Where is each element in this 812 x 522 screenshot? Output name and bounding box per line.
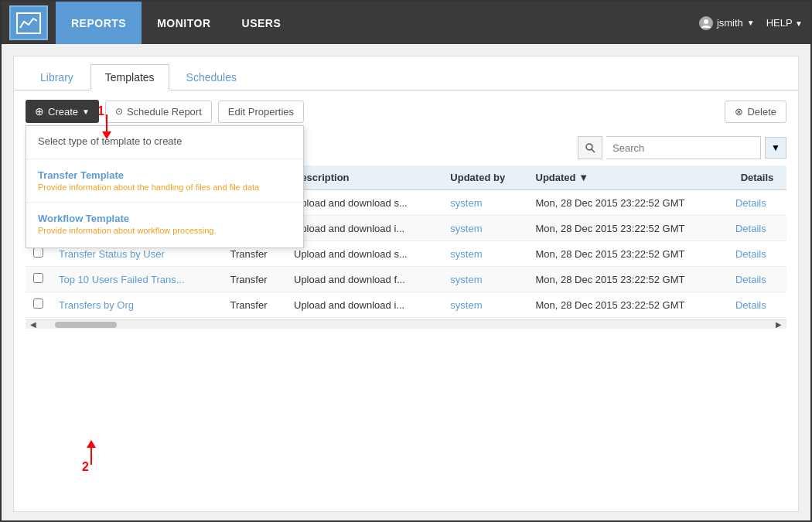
row-description: Upload and download f... <box>286 267 442 292</box>
create-dropdown-icon: ▼ <box>82 107 90 116</box>
table-row: Transfers by Org Transfer Upload and dow… <box>26 292 786 318</box>
nav-monitor[interactable]: MONITOR <box>142 2 226 44</box>
row-checkbox-cell <box>26 292 51 318</box>
row-checkbox[interactable] <box>33 299 43 309</box>
nav-right: jsmith ▼ HELP ▼ <box>699 16 803 30</box>
svg-line-3 <box>592 149 595 152</box>
user-avatar-icon <box>699 16 713 30</box>
row-updated: Mon, 28 Dec 2015 23:22:52 GMT <box>528 190 728 216</box>
tab-templates[interactable]: Templates <box>90 64 169 90</box>
dropdown-divider-2 <box>26 202 303 203</box>
top-navigation: REPORTS MONITOR USERS jsmith ▼ HELP ▼ <box>2 2 810 44</box>
row-details[interactable]: Details <box>728 267 786 292</box>
app-logo <box>9 5 48 40</box>
schedule-icon: ⊙ <box>115 106 123 117</box>
search-icon <box>585 142 595 153</box>
help-dropdown-icon: ▼ <box>795 19 803 28</box>
user-dropdown-icon: ▼ <box>747 19 755 27</box>
svg-rect-0 <box>17 13 40 33</box>
tab-schedules[interactable]: Schedules <box>172 64 251 90</box>
dropdown-title: Select type of template to create <box>26 135 303 155</box>
create-dropdown-menu: Select type of template to create Transf… <box>26 125 304 248</box>
tab-bar: Library Templates Schedules <box>14 56 798 90</box>
edit-properties-button[interactable]: Edit Properties <box>218 101 304 123</box>
user-name: jsmith <box>717 17 743 29</box>
help-menu[interactable]: HELP ▼ <box>766 17 803 29</box>
nav-reports[interactable]: REPORTS <box>56 2 142 44</box>
row-updated: Mon, 28 Dec 2015 23:22:52 GMT <box>528 292 728 318</box>
row-updated-by: system <box>442 267 527 292</box>
row-checkbox-cell <box>26 267 51 292</box>
row-details[interactable]: Details <box>728 292 786 318</box>
filter-button[interactable]: ▼ <box>765 137 786 159</box>
row-updated: Mon, 28 Dec 2015 23:22:52 GMT <box>528 241 728 267</box>
horizontal-scrollbar[interactable]: ◀ ▶ <box>26 319 786 329</box>
delete-button[interactable]: ⊗ Delete <box>725 101 786 123</box>
schedule-report-button[interactable]: ⊙ Schedule Report <box>105 101 212 123</box>
row-checkbox[interactable] <box>33 247 43 258</box>
row-checkbox[interactable] <box>33 273 43 283</box>
scroll-left-icon[interactable]: ◀ <box>27 320 39 329</box>
filter-icon: ▼ <box>771 142 780 153</box>
arrow-down-1 <box>102 114 111 139</box>
row-updated-by: system <box>442 190 527 216</box>
search-icon-button[interactable] <box>578 136 602 159</box>
row-updated-by: system <box>442 292 527 318</box>
row-updated: Mon, 28 Dec 2015 23:22:52 GMT <box>528 216 728 241</box>
arrow-up-2 <box>87 440 96 465</box>
svg-point-2 <box>586 144 592 150</box>
transfer-template-label: Transfer Template <box>38 169 292 181</box>
dropdown-item-transfer[interactable]: Transfer Template Provide information ab… <box>26 163 303 198</box>
row-description: Upload and download s... <box>286 241 442 267</box>
row-updated: Mon, 28 Dec 2015 23:22:52 GMT <box>528 267 728 292</box>
create-button[interactable]: ⊕ Create ▼ <box>26 100 99 123</box>
row-details[interactable]: Details <box>728 241 786 267</box>
row-updated-by: system <box>442 241 527 267</box>
dropdown-divider-1 <box>26 159 303 159</box>
row-name[interactable]: Top 10 Users Failed Trans... <box>51 267 223 292</box>
nav-users[interactable]: USERS <box>227 2 297 44</box>
col-updated[interactable]: Updated ▼ <box>528 165 728 190</box>
workflow-template-label: Workflow Template <box>38 213 292 224</box>
col-updated-by: Updated by <box>442 165 527 190</box>
plus-icon: ⊕ <box>35 105 44 118</box>
row-type: Transfer <box>223 267 286 292</box>
main-content: Library Templates Schedules 1 ⊕ Create ▼… <box>13 56 799 512</box>
row-details[interactable]: Details <box>728 190 786 216</box>
svg-point-1 <box>704 19 708 24</box>
nav-links: REPORTS MONITOR USERS <box>56 2 699 44</box>
sort-icon: ▼ <box>578 172 589 183</box>
user-menu[interactable]: jsmith ▼ <box>699 16 755 30</box>
search-input[interactable] <box>606 136 761 159</box>
table-row: Top 10 Users Failed Trans... Transfer Up… <box>26 267 786 292</box>
col-details: Details <box>728 165 786 190</box>
dropdown-item-workflow[interactable]: Workflow Template Provide information ab… <box>26 206 303 241</box>
scroll-right-icon[interactable]: ▶ <box>773 320 785 329</box>
scrollbar-thumb[interactable] <box>55 322 117 328</box>
row-description: Upload and download i... <box>286 216 442 241</box>
row-type: Transfer <box>223 292 286 318</box>
tab-library[interactable]: Library <box>26 64 88 90</box>
row-description: Upload and download i... <box>286 292 442 318</box>
col-description: Description <box>286 165 442 190</box>
delete-icon: ⊗ <box>735 106 743 118</box>
row-description: Upload and download s... <box>286 190 442 216</box>
transfer-template-desc: Provide information about the handling o… <box>38 183 292 192</box>
row-name[interactable]: Transfers by Org <box>51 292 223 318</box>
row-details[interactable]: Details <box>728 216 786 241</box>
toolbar: ⊕ Create ▼ ⊙ Schedule Report Edit Proper… <box>14 90 798 132</box>
workflow-template-desc: Provide information about workflow proce… <box>38 226 292 235</box>
row-updated-by: system <box>442 216 527 241</box>
